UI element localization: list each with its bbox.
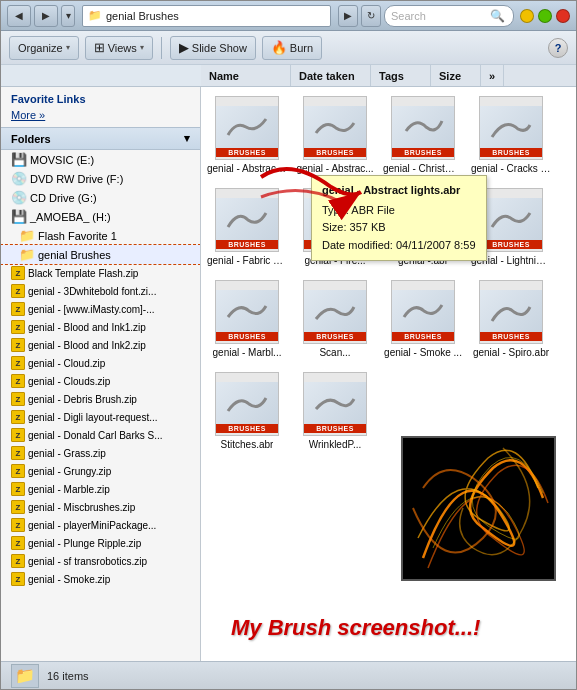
forward-button[interactable]: ▶ (34, 5, 58, 27)
zip-icon: Z (11, 446, 25, 460)
file-label-9: genial - Marbl... (213, 347, 282, 358)
organize-label: Organize (18, 42, 63, 54)
zip-label: Black Template Flash.zip (28, 268, 138, 279)
address-text: genial Brushes (106, 10, 179, 22)
zip-label: genial - sf transrobotics.zip (28, 556, 147, 567)
zip-item-16[interactable]: Z genial - Plunge Ripple.zip (1, 534, 200, 552)
col-date[interactable]: Date taken (291, 65, 371, 86)
zip-icon: Z (11, 428, 25, 442)
zip-item-2[interactable]: Z genial - 3Dwhitebold font.zi... (1, 282, 200, 300)
file-item-12[interactable]: BRUSHES genial - Spiro.abr (471, 277, 551, 361)
zip-item-10[interactable]: Z genial - Donald Carl Barks S... (1, 426, 200, 444)
col-size[interactable]: Size (431, 65, 481, 86)
zip-item-6[interactable]: Z genial - Cloud.zip (1, 354, 200, 372)
zip-item-8[interactable]: Z genial - Debris Brush.zip (1, 390, 200, 408)
file-icon-3: BRUSHES (391, 96, 455, 160)
file-item-1[interactable]: BRUSHES genial - Abstract.abr (207, 93, 287, 177)
sidebar-label: _AMOEBA_ (H:) (30, 211, 111, 223)
brushes-badge: BRUSHES (304, 148, 366, 157)
views-button[interactable]: ⊞ Views ▾ (85, 36, 153, 60)
file-item-4[interactable]: BRUSHES genial - Cracks an... (471, 93, 551, 177)
zip-item-1[interactable]: Z Black Template Flash.zip (1, 264, 200, 282)
col-tags[interactable]: Tags (371, 65, 431, 86)
zip-label: genial - Digli layout-request... (28, 412, 158, 423)
sidebar-item-dvdrw[interactable]: 💿 DVD RW Drive (F:) (1, 169, 200, 188)
brush-preview-image (401, 436, 556, 581)
folders-collapse-icon: ▾ (184, 132, 190, 145)
col-headers: Name Date taken Tags Size » (201, 65, 576, 86)
sidebar-filler (1, 65, 201, 86)
file-item-3[interactable]: BRUSHES genial - Christmast... (383, 93, 463, 177)
sidebar-item-cd[interactable]: 💿 CD Drive (G:) (1, 188, 200, 207)
brushes-badge: BRUSHES (480, 240, 542, 249)
file-item-2[interactable]: BRUSHES genial - Abstrac... (295, 93, 375, 177)
file-label-4: genial - Cracks an... (471, 163, 551, 174)
zip-icon: Z (11, 284, 25, 298)
refresh-button[interactable]: ↻ (361, 5, 381, 27)
sidebar-item-genial-brushes[interactable]: 📁 genial Brushes (1, 245, 200, 264)
brushes-badge: BRUSHES (392, 332, 454, 341)
zip-icon: Z (11, 410, 25, 424)
file-label-13: Stitches.abr (221, 439, 274, 450)
recent-button[interactable]: ▾ (61, 5, 75, 27)
file-icon-11: BRUSHES (391, 280, 455, 344)
zip-label: genial - Blood and Ink2.zip (28, 340, 146, 351)
minimize-button[interactable] (520, 9, 534, 23)
close-button[interactable] (556, 9, 570, 23)
col-name[interactable]: Name (201, 65, 291, 86)
organize-arrow: ▾ (66, 43, 70, 52)
help-button[interactable]: ? (548, 38, 568, 58)
zip-item-7[interactable]: Z genial - Clouds.zip (1, 372, 200, 390)
zip-label: genial - [www.iMasty.com]-... (28, 304, 155, 315)
zip-item-17[interactable]: Z genial - sf transrobotics.zip (1, 552, 200, 570)
zip-icon: Z (11, 482, 25, 496)
file-item-11[interactable]: BRUSHES genial - Smoke ... (383, 277, 463, 361)
brushes-badge: BRUSHES (392, 148, 454, 157)
zip-icon: Z (11, 536, 25, 550)
folders-header[interactable]: Folders ▾ (1, 127, 200, 150)
file-label-10: Scan... (319, 347, 350, 358)
sidebar: Favorite Links More » Folders ▾ 💾 MOVSIC… (1, 87, 201, 661)
organize-button[interactable]: Organize ▾ (9, 36, 79, 60)
zip-item-14[interactable]: Z genial - Miscbrushes.zip (1, 498, 200, 516)
file-item-9[interactable]: BRUSHES genial - Marbl... (207, 277, 287, 361)
search-icon[interactable]: 🔍 (487, 6, 507, 26)
sidebar-label: Flash Favorite 1 (38, 230, 117, 242)
address-bar[interactable]: 📁 genial Brushes (82, 5, 331, 27)
zip-item-9[interactable]: Z genial - Digli layout-request... (1, 408, 200, 426)
tooltip-filename: genial - Abstract lights.abr (322, 182, 476, 200)
maximize-button[interactable] (538, 9, 552, 23)
file-item-5[interactable]: BRUSHES genial - Fabric Te... (207, 185, 287, 269)
zip-label: genial - 3Dwhitebold font.zi... (28, 286, 156, 297)
burn-button[interactable]: 🔥 Burn (262, 36, 322, 60)
zip-icon: Z (11, 266, 25, 280)
zip-item-13[interactable]: Z genial - Marble.zip (1, 480, 200, 498)
drive-icon: 💾 (11, 209, 27, 224)
brushes-badge: BRUSHES (480, 148, 542, 157)
folder-icon: 📁 (19, 228, 35, 243)
file-item-14[interactable]: BRUSHES WrinkledP... (295, 369, 375, 453)
sidebar-item-amoeba[interactable]: 💾 _AMOEBA_ (H:) (1, 207, 200, 226)
sidebar-more[interactable]: More » (1, 107, 200, 127)
zip-label: genial - Plunge Ripple.zip (28, 538, 141, 549)
zip-icon: Z (11, 572, 25, 586)
file-item-13[interactable]: BRUSHES Stitches.abr (207, 369, 287, 453)
file-icon-10: BRUSHES (303, 280, 367, 344)
zip-item-3[interactable]: Z genial - [www.iMasty.com]-... (1, 300, 200, 318)
sidebar-item-movsic[interactable]: 💾 MOVSIC (E:) (1, 150, 200, 169)
zip-item-4[interactable]: Z genial - Blood and Ink1.zip (1, 318, 200, 336)
file-icon-8: BRUSHES (479, 188, 543, 252)
back-button[interactable]: ◀ (7, 5, 31, 27)
go-button[interactable]: ▶ (338, 5, 358, 27)
zip-label: genial - playerMiniPackage... (28, 520, 156, 531)
sidebar-item-flash[interactable]: 📁 Flash Favorite 1 (1, 226, 200, 245)
drive-icon: 💾 (11, 152, 27, 167)
file-item-10[interactable]: BRUSHES Scan... (295, 277, 375, 361)
zip-item-11[interactable]: Z genial - Grass.zip (1, 444, 200, 462)
zip-item-15[interactable]: Z genial - playerMiniPackage... (1, 516, 200, 534)
zip-item-5[interactable]: Z genial - Blood and Ink2.zip (1, 336, 200, 354)
slideshow-button[interactable]: ▶ Slide Show (170, 36, 256, 60)
zip-item-18[interactable]: Z genial - Smoke.zip (1, 570, 200, 588)
zip-item-12[interactable]: Z genial - Grungy.zip (1, 462, 200, 480)
col-more[interactable]: » (481, 65, 504, 86)
